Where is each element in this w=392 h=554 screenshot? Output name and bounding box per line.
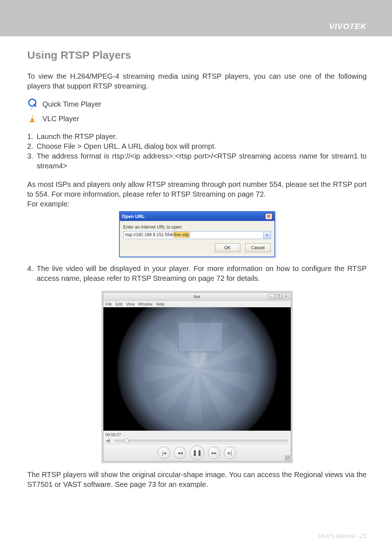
step-number: 1. bbox=[27, 132, 37, 141]
closing-paragraph: The RTSP players will show the original … bbox=[27, 470, 367, 489]
player-window-title: live bbox=[193, 294, 200, 299]
window-buttons: – ❐ ✕ bbox=[268, 294, 289, 299]
url-value-prefix: rtsp://192.168.5.151:554/ bbox=[125, 232, 173, 237]
rewind-button[interactable]: ◂◂ bbox=[174, 447, 186, 459]
dialog-titlebar: Open URL ✕ bbox=[120, 212, 274, 221]
window-close-button[interactable]: ✕ bbox=[283, 294, 289, 299]
section-heading: Using RTSP Players bbox=[27, 49, 367, 61]
svg-rect-1 bbox=[32, 117, 33, 118]
url-combobox[interactable]: rtsp://192.168.5.151:554/live.sdp ▾ bbox=[123, 231, 271, 239]
resize-grip-icon[interactable] bbox=[285, 455, 290, 460]
step-text: Choose File > Open URL. A URL dialog box… bbox=[37, 141, 367, 151]
footer-label: User's Manual - bbox=[318, 533, 360, 539]
step-4: 4. The live video will be displayed in y… bbox=[27, 264, 367, 283]
quicktime-icon-sub: O... bbox=[30, 108, 35, 111]
player-menubar: File Edit View Window Help bbox=[103, 301, 291, 307]
menu-view[interactable]: View bbox=[126, 302, 135, 306]
open-url-dialog: Open URL ✕ Enter an Internet URL to open… bbox=[119, 211, 275, 257]
menu-file[interactable]: File bbox=[106, 302, 112, 306]
menu-edit[interactable]: Edit bbox=[115, 302, 122, 306]
step-1: 1. Launch the RTSP player. bbox=[27, 132, 367, 141]
player-seekbar-row bbox=[103, 438, 291, 444]
player-timecode: 00:00:27 bbox=[106, 432, 121, 437]
step-2: 2. Choose File > Open URL. A URL dialog … bbox=[27, 141, 367, 151]
player-row-quicktime: O... Quick Time Player bbox=[27, 98, 367, 111]
skip-back-button[interactable]: |◂ bbox=[158, 447, 170, 459]
for-example-label: For example: bbox=[27, 199, 367, 209]
dialog-close-button[interactable]: ✕ bbox=[265, 213, 272, 219]
brand-name: VIVOTEK bbox=[329, 22, 367, 31]
window-maximize-button[interactable]: ❐ bbox=[275, 294, 282, 299]
player-controls: |◂ ◂◂ ❚❚ ▸▸ ▸| bbox=[103, 444, 291, 461]
intro-paragraph: To view the H.264/MPEG-4 streaming media… bbox=[27, 71, 367, 91]
page-header-band: VIVOTEK bbox=[0, 0, 392, 36]
seek-thumb[interactable] bbox=[125, 439, 128, 443]
play-pause-button[interactable]: ❚❚ bbox=[190, 446, 204, 460]
player-label-quicktime: Quick Time Player bbox=[42, 99, 101, 109]
step-text: The live video will be displayed in your… bbox=[37, 264, 367, 283]
menu-help[interactable]: Help bbox=[156, 302, 164, 306]
media-player-window: live – ❐ ✕ File Edit View Window Help 00… bbox=[103, 292, 291, 462]
skip-forward-button[interactable]: ▸| bbox=[224, 447, 236, 459]
manual-page: VIVOTEK Using RTSP Players To view the H… bbox=[0, 0, 392, 554]
dialog-title: Open URL bbox=[122, 214, 145, 219]
quicktime-icon bbox=[27, 98, 37, 108]
steps-list-continued: 4. The live video will be displayed in y… bbox=[27, 264, 367, 283]
step-number: 2. bbox=[27, 141, 37, 151]
player-list: O... Quick Time Player VLC Player bbox=[27, 98, 367, 124]
svg-rect-2 bbox=[30, 121, 35, 122]
step-text: Launch the RTSP player. bbox=[37, 132, 367, 141]
vlc-icon bbox=[27, 114, 37, 124]
player-video-area bbox=[103, 307, 291, 431]
step-number: 4. bbox=[27, 264, 37, 283]
ok-button[interactable]: OK bbox=[215, 243, 240, 252]
page-content: Using RTSP Players To view the H.264/MPE… bbox=[0, 36, 392, 489]
dialog-field-label: Enter an Internet URL to open: bbox=[123, 225, 271, 230]
volume-icon[interactable] bbox=[106, 439, 111, 443]
player-label-vlc: VLC Player bbox=[42, 114, 79, 124]
menu-window[interactable]: Window bbox=[138, 302, 152, 306]
dialog-body: Enter an Internet URL to open: rtsp://19… bbox=[120, 221, 274, 257]
step-number: 3. bbox=[27, 151, 37, 171]
mid-paragraph: As most ISPs and players only allow RTSP… bbox=[27, 180, 367, 199]
steps-list: 1. Launch the RTSP player. 2. Choose Fil… bbox=[27, 132, 367, 171]
open-url-dialog-figure: Open URL ✕ Enter an Internet URL to open… bbox=[27, 211, 367, 257]
player-titlebar: live – ❐ ✕ bbox=[103, 293, 291, 301]
cancel-button[interactable]: Cancel bbox=[245, 243, 271, 252]
dialog-button-row: OK Cancel bbox=[123, 243, 271, 252]
footer-page-number: 21 bbox=[360, 533, 367, 539]
player-row-vlc: VLC Player bbox=[27, 114, 367, 124]
forward-button[interactable]: ▸▸ bbox=[208, 447, 220, 459]
page-footer: User's Manual - 21 bbox=[318, 533, 367, 539]
window-minimize-button[interactable]: – bbox=[268, 294, 275, 299]
chevron-down-icon[interactable]: ▾ bbox=[263, 231, 270, 239]
url-value: rtsp://192.168.5.151:554/live.sdp bbox=[124, 231, 263, 239]
player-statusbar: 00:00:27 bbox=[103, 431, 291, 438]
step-text: The address format is rtsp://<ip address… bbox=[37, 151, 367, 171]
seek-track[interactable] bbox=[114, 440, 288, 442]
url-value-highlight: live.sdp bbox=[173, 232, 190, 238]
step-3: 3. The address format is rtsp://<ip addr… bbox=[27, 151, 367, 171]
